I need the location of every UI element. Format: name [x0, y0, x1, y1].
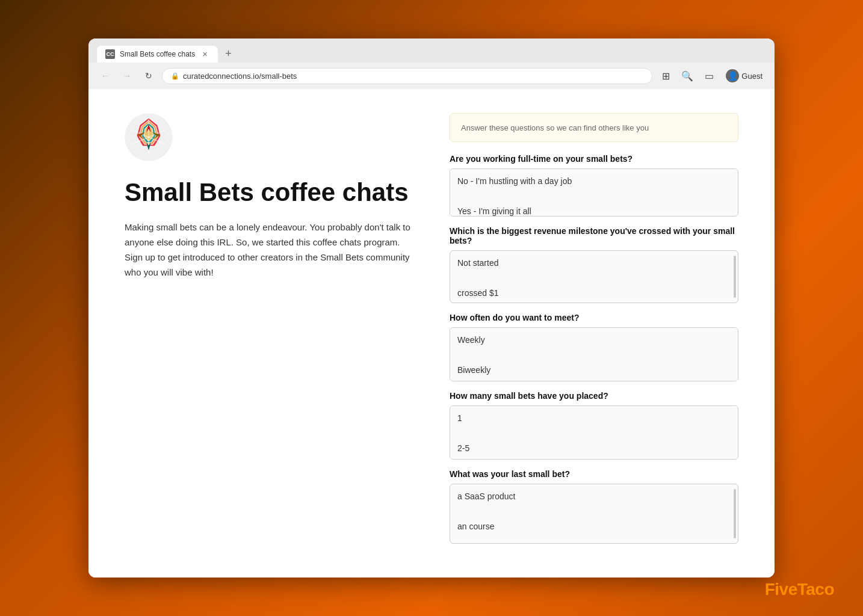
search-icon-button[interactable]: 🔍: [679, 67, 696, 84]
list-item[interactable]: an course: [457, 519, 726, 534]
list-item[interactable]: Biweekly: [457, 363, 731, 378]
browser-titlebar: CC Small Bets coffee chats ✕ +: [88, 38, 775, 63]
address-text: curatedconnections.io/small-bets: [183, 72, 297, 81]
new-tab-button[interactable]: +: [219, 45, 238, 63]
question-working-full-time: Are you working full-time on your small …: [450, 154, 738, 217]
question-label-4: How many small bets have you placed?: [450, 391, 738, 401]
lock-icon: 🔒: [171, 72, 179, 80]
list-item[interactable]: Yes - I'm giving it all: [457, 204, 731, 217]
form-banner: Answer these questions so we can find ot…: [450, 113, 738, 142]
listbox-last-bet[interactable]: a SaaS product an course an ebook a news…: [450, 484, 738, 544]
account-button[interactable]: 👤 Guest: [722, 68, 766, 84]
list-item[interactable]: 1: [457, 411, 731, 426]
question-last-bet: What was your last small bet? a SaaS pro…: [450, 469, 738, 544]
question-revenue-milestone: Which is the biggest revenue milestone y…: [450, 226, 738, 303]
question-label-5: What was your last small bet?: [450, 469, 738, 479]
form-banner-text: Answer these questions so we can find ot…: [461, 123, 649, 132]
listbox-working-full-time[interactable]: No - I'm hustling with a day job Yes - I…: [450, 168, 738, 217]
list-item[interactable]: No - I'm hustling with a day job: [457, 174, 731, 189]
question-label-3: How often do you want to meet?: [450, 313, 738, 322]
active-tab[interactable]: CC Small Bets coffee chats ✕: [97, 46, 218, 63]
address-bar[interactable]: 🔒 curatedconnections.io/small-bets: [162, 68, 652, 84]
page-content: Small Bets coffee chats Making small bet…: [88, 89, 775, 578]
right-panel: Answer these questions so we can find ot…: [450, 113, 738, 553]
browser-toolbar: ← → ↻ 🔒 curatedconnections.io/small-bets…: [88, 63, 775, 89]
sidebar-icon-button[interactable]: ▭: [701, 67, 717, 84]
browser-tabs: CC Small Bets coffee chats ✕ +: [97, 45, 766, 63]
list-item[interactable]: 2-5: [457, 441, 731, 456]
tab-close-button[interactable]: ✕: [200, 49, 209, 59]
question-meet-frequency: How often do you want to meet? Weekly Bi…: [450, 313, 738, 381]
page-description: Making small bets can be a lonely endeav…: [125, 220, 413, 280]
question-label-2: Which is the biggest revenue milestone y…: [450, 226, 738, 245]
fivetaco-watermark: FiveTaco: [765, 580, 834, 599]
browser-window: CC Small Bets coffee chats ✕ + ← → ↻ 🔒 c…: [88, 38, 775, 578]
account-label-text: Guest: [741, 72, 762, 81]
account-avatar-icon: 👤: [726, 69, 739, 82]
page-title: Small Bets coffee chats: [125, 178, 413, 207]
question-label-1: Are you working full-time on your small …: [450, 154, 738, 164]
forward-button[interactable]: →: [119, 67, 135, 84]
toolbar-right: ⊞ 🔍 ▭ 👤 Guest: [657, 67, 766, 84]
left-panel: Small Bets coffee chats Making small bet…: [125, 113, 413, 553]
listbox-revenue-milestone[interactable]: Not started crossed $1 crossed $100 cros…: [450, 250, 738, 303]
listbox-bets-placed[interactable]: 1 2-5 5+: [450, 405, 738, 460]
back-button[interactable]: ←: [97, 67, 114, 84]
logo-circle: [125, 113, 173, 161]
tab-favicon-icon: CC: [105, 49, 115, 59]
list-item[interactable]: a SaaS product: [457, 489, 726, 504]
question-bets-placed: How many small bets have you placed? 1 2…: [450, 391, 738, 460]
reload-button[interactable]: ↻: [140, 67, 157, 84]
list-item[interactable]: Weekly: [457, 333, 731, 348]
list-item[interactable]: Not started: [457, 256, 726, 271]
list-item[interactable]: crossed $1: [457, 286, 726, 301]
apps-icon-button[interactable]: ⊞: [657, 67, 674, 84]
tab-title-text: Small Bets coffee chats: [120, 50, 195, 58]
listbox-meet-frequency[interactable]: Weekly Biweekly Monthly: [450, 327, 738, 381]
